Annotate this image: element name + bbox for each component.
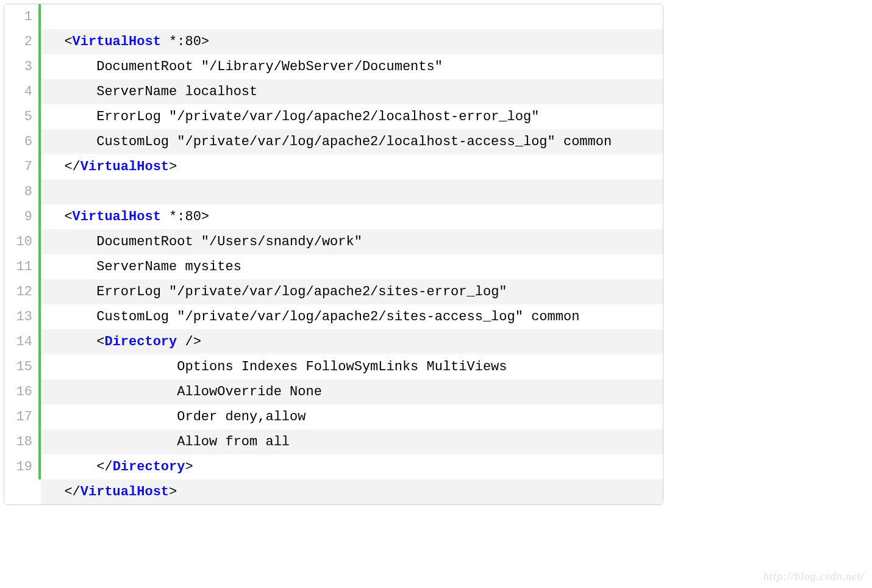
- text-token: ServerName mysites: [48, 259, 241, 274]
- string-token: "/Users/snandy/work": [201, 234, 362, 249]
- line-number: 15: [4, 354, 38, 379]
- text-token: DocumentRoot: [48, 234, 201, 249]
- line-number: [4, 479, 38, 504]
- line-number: 10: [4, 229, 38, 254]
- code-row: 4 ServerName localhost: [4, 79, 663, 104]
- code-line[interactable]: ErrorLog "/private/var/log/apache2/local…: [41, 104, 663, 129]
- text-token: common: [556, 134, 612, 149]
- text-token: Options Indexes FollowSymLinks MultiView…: [48, 359, 507, 375]
- code-row: 1: [4, 4, 663, 29]
- string-token: "/private/var/log/apache2/sites-access_l…: [177, 309, 523, 324]
- code-row: 2 <VirtualHost *:80>: [4, 29, 663, 54]
- keyword-token: Directory: [104, 334, 177, 350]
- keyword-token: Directory: [113, 459, 185, 475]
- code-row: 13 CustomLog "/private/var/log/apache2/s…: [4, 304, 663, 329]
- code-line[interactable]: [41, 179, 663, 204]
- code-line[interactable]: ServerName mysites: [41, 254, 663, 279]
- text-token: ServerName localhost: [48, 84, 257, 99]
- text-token: </: [96, 459, 112, 475]
- text-token: >: [201, 34, 209, 49]
- code-line[interactable]: AllowOverride None: [41, 379, 663, 404]
- code-line[interactable]: CustomLog "/private/var/log/apache2/site…: [41, 304, 663, 329]
- text-token: ErrorLog: [48, 284, 169, 299]
- code-row: 11 ServerName mysites: [4, 254, 663, 279]
- code-line[interactable]: <Directory />: [41, 329, 663, 354]
- line-number: 3: [4, 54, 38, 79]
- text-token: [48, 334, 96, 350]
- line-number: 5: [4, 104, 38, 129]
- code-row: 12 ErrorLog "/private/var/log/apache2/si…: [4, 279, 663, 304]
- code-line[interactable]: ServerName localhost: [41, 79, 663, 104]
- code-line[interactable]: </Directory>: [41, 454, 663, 479]
- code-line[interactable]: </VirtualHost>: [41, 154, 663, 179]
- keyword-token: VirtualHost: [73, 34, 161, 49]
- string-token: "/private/var/log/apache2/sites-error_lo…: [169, 284, 507, 299]
- text-token: [48, 484, 64, 500]
- code-row: </VirtualHost>: [4, 479, 663, 504]
- code-block: 1 2 <VirtualHost *:80>3 DocumentRoot "/L…: [4, 4, 663, 505]
- line-number: 13: [4, 304, 38, 329]
- line-number: 7: [4, 154, 38, 179]
- code-row: 19 </Directory>: [4, 454, 663, 479]
- text-token: </: [64, 159, 80, 174]
- line-number: 14: [4, 329, 38, 354]
- code-row: 8: [4, 179, 663, 204]
- text-token: *:80: [161, 34, 201, 49]
- text-token: [48, 34, 64, 49]
- code-row: 17 Order deny,allow: [4, 404, 663, 429]
- line-number: 18: [4, 429, 38, 454]
- code-line[interactable]: <VirtualHost *:80>: [41, 204, 663, 229]
- code-line[interactable]: DocumentRoot "/Users/snandy/work": [41, 229, 663, 254]
- text-token: DocumentRoot: [48, 59, 201, 74]
- code-row: 7 </VirtualHost>: [4, 154, 663, 179]
- code-row: 14 <Directory />: [4, 329, 663, 354]
- keyword-token: VirtualHost: [80, 484, 169, 500]
- text-token: CustomLog: [48, 309, 177, 324]
- text-token: AllowOverride None: [48, 384, 322, 400]
- text-token: >: [169, 484, 177, 500]
- code-row: 3 DocumentRoot "/Library/WebServer/Docum…: [4, 54, 663, 79]
- keyword-token: VirtualHost: [73, 209, 161, 224]
- text-token: >: [201, 209, 209, 224]
- text-token: >: [169, 159, 177, 174]
- text-token: </: [64, 484, 80, 500]
- line-number: 8: [4, 179, 38, 204]
- text-token: >: [193, 334, 201, 350]
- string-token: "/private/var/log/apache2/localhost-erro…: [169, 109, 539, 124]
- text-token: CustomLog: [48, 134, 177, 149]
- text-token: <: [64, 209, 72, 224]
- string-token: "/private/var/log/apache2/localhost-acce…: [177, 134, 556, 149]
- string-token: "/Library/WebServer/Documents": [201, 59, 443, 74]
- text-token: common: [523, 309, 579, 324]
- code-line[interactable]: ErrorLog "/private/var/log/apache2/sites…: [41, 279, 663, 304]
- line-number: 1: [4, 4, 38, 29]
- line-number: 4: [4, 79, 38, 104]
- code-line[interactable]: CustomLog "/private/var/log/apache2/loca…: [41, 129, 663, 154]
- line-number: 11: [4, 254, 38, 279]
- code-line[interactable]: DocumentRoot "/Library/WebServer/Documen…: [41, 54, 663, 79]
- code-row: 10 DocumentRoot "/Users/snandy/work": [4, 229, 663, 254]
- keyword-token: VirtualHost: [80, 159, 169, 174]
- line-number: 17: [4, 404, 38, 429]
- code-line[interactable]: </VirtualHost>: [41, 479, 663, 504]
- line-number: 6: [4, 129, 38, 154]
- code-row: 15 Options Indexes FollowSymLinks MultiV…: [4, 354, 663, 379]
- text-token: Allow from all: [48, 434, 290, 450]
- code-line[interactable]: [41, 4, 663, 29]
- code-line[interactable]: Order deny,allow: [41, 404, 663, 429]
- text-token: [48, 459, 96, 475]
- code-row: 9 <VirtualHost *:80>: [4, 204, 663, 229]
- text-token: <: [96, 334, 104, 350]
- code-line[interactable]: Allow from all: [41, 429, 663, 454]
- text-token: >: [185, 459, 193, 475]
- code-line[interactable]: Options Indexes FollowSymLinks MultiView…: [41, 354, 663, 379]
- text-token: [48, 209, 64, 224]
- line-number: 12: [4, 279, 38, 304]
- text-token: <: [64, 34, 72, 49]
- line-number: 9: [4, 204, 38, 229]
- text-token: [48, 159, 64, 174]
- text-token: Order deny,allow: [48, 409, 306, 425]
- line-number: 16: [4, 379, 38, 404]
- code-line[interactable]: <VirtualHost *:80>: [41, 29, 663, 54]
- line-number: 2: [4, 29, 38, 54]
